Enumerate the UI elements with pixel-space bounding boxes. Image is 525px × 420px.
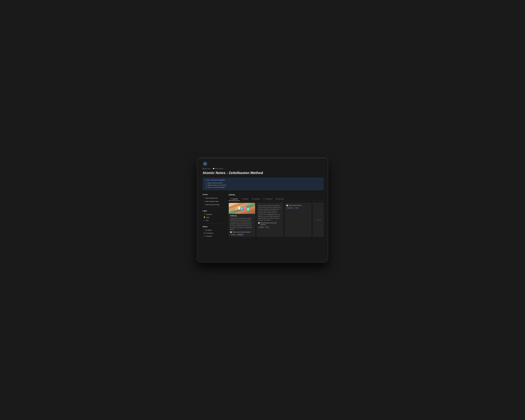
callout-title: Let's start here together xyxy=(206,179,225,181)
sticky-note xyxy=(234,207,237,211)
side-arrow: ‹ xyxy=(198,204,198,205)
label-section-title: Label xyxy=(203,210,225,212)
callout-item[interactable]: How to use this Template? xyxy=(206,187,322,188)
plus-icon: + xyxy=(315,219,316,221)
idea-label: Idea xyxy=(206,216,209,218)
in-progress-label: In Progress xyxy=(206,232,213,234)
status-complete[interactable]: ✳ Complete xyxy=(203,235,225,237)
note-title[interactable]: Brainstorming of New Note Structure xyxy=(260,222,282,226)
device-frame: ‹ 🖼 Add cover 💬 Add xyxy=(197,158,328,262)
card-body: 📄 What is Atomic Note? Permanent Fact xyxy=(285,203,311,210)
comment-icon: 💬 xyxy=(213,168,214,169)
tag-idea[interactable]: Idea xyxy=(265,226,269,228)
in-progress-icon: ◑ xyxy=(203,232,205,234)
card-title: Outlining xyxy=(230,215,254,216)
label-idea[interactable]: 💡 Idea xyxy=(203,216,225,219)
meta-actions-row: 🖼 Add cover 💬 Add comment xyxy=(203,168,324,169)
library-section: Library ★ Highlight ✏ Fleeting ☰ xyxy=(229,194,324,237)
tags-row: Fleeting Idea xyxy=(258,226,282,228)
question-label: Question xyxy=(206,214,212,215)
main-content: 🖼 Add cover 💬 Add comment Atomic Notes -… xyxy=(197,159,328,262)
note-title[interactable]: What structure that will works? xyxy=(232,231,251,233)
tab-overview[interactable]: ⊞ Overview xyxy=(274,197,285,201)
sticky-note xyxy=(247,207,249,211)
card-description: Outlining is a hierarchical note-taking … xyxy=(230,217,254,230)
tag-fleeting[interactable]: Fleeting xyxy=(258,226,264,228)
star-icon: ★ xyxy=(230,198,232,200)
tag-fact[interactable]: Fact xyxy=(295,207,299,209)
add-permanent-note-button[interactable]: ✏ Add Permanent Note xyxy=(203,203,225,206)
callout-list: What is Atomic Notes? What to write in y… xyxy=(205,182,322,188)
sticky-note xyxy=(244,206,246,209)
info-icon: ℹ xyxy=(205,179,206,181)
new-label: + New xyxy=(317,219,321,221)
svg-point-0 xyxy=(205,163,206,164)
label-fact[interactable]: ✳ Fact xyxy=(203,219,225,222)
complete-label: Complete xyxy=(206,235,212,237)
permanent-tab-label: Permanent xyxy=(265,198,272,200)
literature-tab-label: Literature xyxy=(254,198,260,200)
tab-literature[interactable]: ☰ Literature xyxy=(250,197,262,201)
card-brainstorming[interactable]: Atomic Note is a powerful note-taking sy… xyxy=(257,203,283,237)
card-outlining[interactable]: Outlining Outlining is a hierarchical no… xyxy=(229,203,255,237)
status-in-progress[interactable]: ◑ In Progress xyxy=(203,232,225,234)
highlight-tab-label: Highlight xyxy=(232,198,238,200)
card-note-row: 📄 What structure that will works? xyxy=(230,231,254,233)
add-permanent-label: Add Permanent Note xyxy=(206,204,220,205)
status-no-status[interactable]: ○ No Status xyxy=(203,229,225,232)
fact-label: Fact xyxy=(206,220,208,221)
note-title[interactable]: What is Atomic Note? xyxy=(289,205,302,206)
literature-icon: ☰ xyxy=(252,198,253,200)
screen: ‹ 🖼 Add cover 💬 Add xyxy=(197,158,328,262)
sidebar: Action ✏ Add Fleeting Note ✏ Add Literat… xyxy=(203,194,225,238)
tag-permanent[interactable]: Permanent xyxy=(286,207,294,209)
tab-permanent[interactable]: ✏ Permanent xyxy=(262,197,274,201)
tag-fleeting[interactable]: Fleeting xyxy=(230,234,236,236)
app-logo xyxy=(203,161,324,167)
add-literature-note-button[interactable]: ✏ Add Literature Note xyxy=(203,200,225,203)
image-icon: 🖼 xyxy=(203,168,204,169)
complete-icon: ✳ xyxy=(203,235,205,237)
card-body: Outlining Outlining is a hierarchical no… xyxy=(229,214,255,237)
pen-icon: ✏ xyxy=(203,200,205,202)
pen-icon: ✏ xyxy=(203,204,205,205)
card-body: Atomic Note is a powerful note-taking sy… xyxy=(257,203,283,229)
library-title: Library xyxy=(229,194,324,196)
no-status-icon: ○ xyxy=(203,229,204,231)
info-callout: ℹ Let's start here together What is Atom… xyxy=(203,177,324,190)
no-status-label: No Status xyxy=(205,229,212,231)
card-image xyxy=(229,203,255,214)
pen-icon: ✏ xyxy=(203,197,205,199)
fleeting-tab-label: Fleeting xyxy=(243,198,248,200)
two-col-layout: Action ✏ Add Fleeting Note ✏ Add Literat… xyxy=(203,194,324,238)
add-comment-button[interactable]: 💬 Add comment xyxy=(213,168,223,169)
document-icon: 📄 xyxy=(230,231,232,233)
library-tabs: ★ Highlight ✏ Fleeting ☰ Literature ✏ xyxy=(229,197,324,201)
permanent-icon: ✏ xyxy=(263,198,264,200)
add-cover-button[interactable]: 🖼 Add cover xyxy=(203,168,211,169)
add-comment-label: Add comment xyxy=(215,168,223,169)
document-icon: 📄 xyxy=(286,205,288,206)
callout-item[interactable]: What to write in your Notes? xyxy=(206,184,322,186)
grid-icon: ⊞ xyxy=(276,198,277,200)
sticky-notes-visual xyxy=(229,203,255,214)
callout-item[interactable]: What is Atomic Notes? xyxy=(206,182,322,184)
label-question[interactable]: ❓ Question xyxy=(203,213,225,216)
add-literature-label: Add Literature Note xyxy=(206,201,218,202)
new-card-button[interactable]: + + New xyxy=(313,203,324,237)
divider xyxy=(203,208,225,208)
tags-row: Fleeting Question xyxy=(230,234,254,236)
tags-row: Permanent Fact xyxy=(286,207,310,209)
card-note-row: 📄 Brainstorming of New Note Structure xyxy=(258,222,282,226)
add-fleeting-note-button[interactable]: ✏ Add Fleeting Note xyxy=(203,196,225,199)
card-atomic-note[interactable]: 📄 What is Atomic Note? Permanent Fact xyxy=(285,203,311,237)
tab-highlight[interactable]: ★ Highlight xyxy=(229,197,240,201)
tag-question[interactable]: Question xyxy=(237,234,244,236)
callout-header: ℹ Let's start here together xyxy=(205,179,322,181)
cards-grid: Outlining Outlining is a hierarchical no… xyxy=(229,203,324,237)
add-cover-label: Add cover xyxy=(204,168,211,169)
document-icon: 📄 xyxy=(258,222,260,224)
page-title: Atomic Notes - Zettelkasten Method xyxy=(203,171,324,175)
card-description: Atomic Note is a powerful note-taking sy… xyxy=(258,205,282,221)
tab-fleeting[interactable]: ✏ Fleeting xyxy=(240,197,250,201)
